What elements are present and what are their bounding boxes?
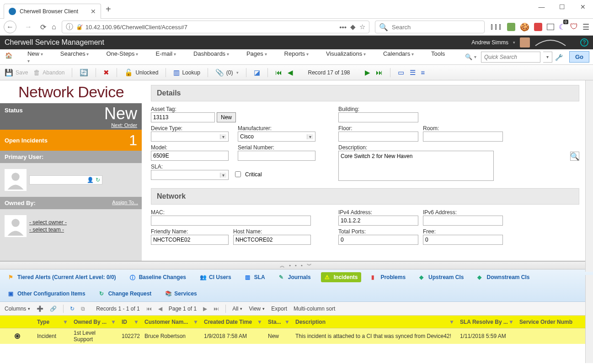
free-ports-input[interactable] — [423, 235, 503, 245]
grid-all-dropdown[interactable]: All ▾ — [232, 306, 242, 312]
user-name[interactable]: Andrew Simms — [471, 39, 508, 46]
eraser-icon[interactable]: ◪ — [254, 69, 260, 77]
reader-icon[interactable]: ◆ — [350, 23, 356, 31]
help-icon[interactable]: ? — [580, 38, 588, 47]
back-button[interactable]: ← — [4, 21, 16, 33]
col-created[interactable]: Created Date Time▼ — [201, 316, 265, 328]
ipv4-input[interactable] — [338, 216, 418, 226]
tab-other-ci[interactable]: ▣Other Configuration Items — [5, 289, 89, 299]
user-avatar[interactable] — [520, 37, 530, 47]
page-actions-icon[interactable]: ••• — [339, 23, 347, 31]
col-type[interactable]: Type▼ — [34, 316, 71, 328]
assign-to-link[interactable]: Assign To... — [112, 200, 138, 205]
tab-services[interactable]: 📚Services — [161, 289, 200, 299]
columns-dropdown[interactable]: Columns ▾ — [5, 306, 30, 312]
col-description[interactable]: Description▼ — [293, 316, 457, 328]
close-tab-icon[interactable]: ✕ — [91, 8, 96, 15]
last-record-icon[interactable]: ⏭ — [376, 69, 383, 76]
manufacturer-select[interactable]: Cisco — [238, 132, 315, 142]
filter-icon[interactable]: ▼ — [257, 319, 262, 325]
filter-icon[interactable]: ▼ — [134, 319, 139, 325]
open-incidents-panel[interactable]: Open Incidents 1 — [0, 130, 142, 151]
grid-view-dropdown[interactable]: View ▾ — [249, 306, 265, 312]
key-icon[interactable]: 🔧 — [555, 53, 562, 61]
tab-change-request[interactable]: ↻Change Request — [96, 289, 155, 299]
new-tab-button[interactable]: + — [106, 4, 111, 15]
window-maximize[interactable]: ☐ — [552, 0, 572, 14]
tab-downstream[interactable]: ◆Downstream CIs — [474, 272, 533, 282]
site-info-icon[interactable]: ⓘ — [66, 22, 73, 32]
view-list-icon[interactable]: ☰ — [410, 69, 416, 77]
menu-searches[interactable]: Searches — [60, 50, 96, 57]
filter-icon[interactable]: ▼ — [508, 319, 514, 325]
col-sla[interactable]: SLA Resolve By ...▼ — [457, 316, 517, 328]
host-name-input[interactable] — [233, 235, 311, 245]
view-grid-icon[interactable]: ≡ — [421, 69, 425, 76]
splitter-handle[interactable]: ︽ • • • ︾ — [0, 261, 593, 269]
device-type-select[interactable] — [151, 132, 229, 142]
select-owner-link[interactable]: - select owner - — [29, 219, 67, 226]
home-button[interactable]: ⌂ — [52, 23, 56, 31]
reload-button[interactable]: ⟳ — [40, 23, 46, 32]
mac-input[interactable] — [151, 216, 311, 226]
next-record-icon[interactable]: ▶ — [365, 69, 370, 77]
menu-pages[interactable]: Pages — [246, 50, 274, 57]
address-bar[interactable]: ⓘ 🔒̸ 10.42.100.96/CherwellClient/Access#… — [62, 21, 369, 33]
filter-icon[interactable]: ▼ — [449, 319, 454, 325]
tab-sla[interactable]: ▥SLA — [241, 272, 269, 282]
filter-icon[interactable]: ▼ — [193, 319, 198, 325]
menu-calendars[interactable]: Calendars — [383, 50, 421, 57]
col-customer[interactable]: Customer Nam...▼ — [142, 316, 201, 328]
grid-refresh-icon[interactable]: ↻ — [70, 306, 75, 312]
table-row[interactable]: Incident 1st Level Support 102272 Bruce … — [0, 328, 593, 344]
zoom-description-icon[interactable]: 🔍 — [570, 152, 579, 161]
total-ports-input[interactable] — [338, 235, 418, 245]
col-owned-by[interactable]: Owned By ...▼ — [71, 316, 119, 328]
browser-search[interactable]: 🔍 — [375, 21, 485, 33]
grid-multicolumn-sort[interactable]: Multi-column sort — [294, 306, 335, 312]
filter-icon[interactable]: ▼ — [111, 319, 116, 325]
delete-icon[interactable]: ✖ — [103, 69, 109, 77]
go-button[interactable]: Go — [569, 51, 589, 63]
grid-add-icon[interactable]: ➕ — [37, 306, 43, 312]
view-form-icon[interactable]: ▭ — [398, 69, 404, 77]
refresh-icon[interactable]: 🔄 — [80, 69, 88, 77]
tab-ci-users[interactable]: 👥CI Users — [196, 272, 235, 282]
user-lookup-icon[interactable]: 👤 — [87, 177, 94, 183]
sla-select[interactable] — [151, 170, 229, 180]
prev-record-icon[interactable]: ◀ — [288, 69, 293, 77]
room-input[interactable] — [423, 132, 503, 142]
new-asset-button[interactable]: New — [217, 112, 236, 122]
description-input[interactable] — [338, 151, 494, 181]
first-record-icon[interactable]: ⏮ — [275, 69, 282, 76]
tab-upstream[interactable]: ◆Upstream CIs — [416, 272, 467, 282]
browser-tab[interactable]: Cherwell Browser Client ✕ — [4, 4, 101, 19]
quick-search-input[interactable] — [481, 52, 540, 63]
building-input[interactable] — [338, 112, 418, 122]
grid-unlink-icon[interactable]: ⧉ — [81, 306, 85, 312]
ext-badge-icon[interactable]: ☾0 — [559, 22, 566, 32]
menu-icon[interactable]: ☰ — [582, 22, 589, 32]
browser-search-input[interactable] — [391, 23, 481, 31]
serial-input[interactable] — [238, 151, 315, 161]
search-tool-icon[interactable]: 🔍 — [465, 53, 472, 60]
lookup-button[interactable]: ▥Lookup — [173, 69, 200, 77]
menu-one-steps[interactable]: One-Steps — [106, 50, 145, 57]
floor-input[interactable] — [338, 132, 418, 142]
asset-tag-input[interactable] — [151, 112, 215, 122]
tab-tiered-alerts[interactable]: ⚑Tiered Alerts (Current Alert Level: 0/0… — [5, 272, 120, 282]
ipv6-input[interactable] — [423, 216, 503, 226]
user-refresh-icon[interactable]: ↻ — [96, 177, 100, 183]
col-service-order[interactable]: Service Order Numb — [517, 316, 593, 328]
grid-export-button[interactable]: Export — [271, 306, 287, 312]
sidebar-icon[interactable] — [547, 24, 554, 30]
unlocked-button[interactable]: 🔓Unlocked — [124, 69, 158, 77]
menu-new[interactable]: New — [27, 50, 50, 57]
row-selector[interactable] — [15, 333, 20, 339]
tab-problems[interactable]: ▮Problems — [368, 272, 409, 282]
filter-icon[interactable]: ▼ — [284, 319, 290, 325]
tab-journals[interactable]: ✎Journals — [275, 272, 315, 282]
ext-cookie-icon[interactable]: 🍪 — [520, 22, 529, 32]
quick-search-dropdown[interactable]: ▾ — [543, 52, 552, 63]
menu-e-mail[interactable]: E-mail — [155, 50, 183, 57]
